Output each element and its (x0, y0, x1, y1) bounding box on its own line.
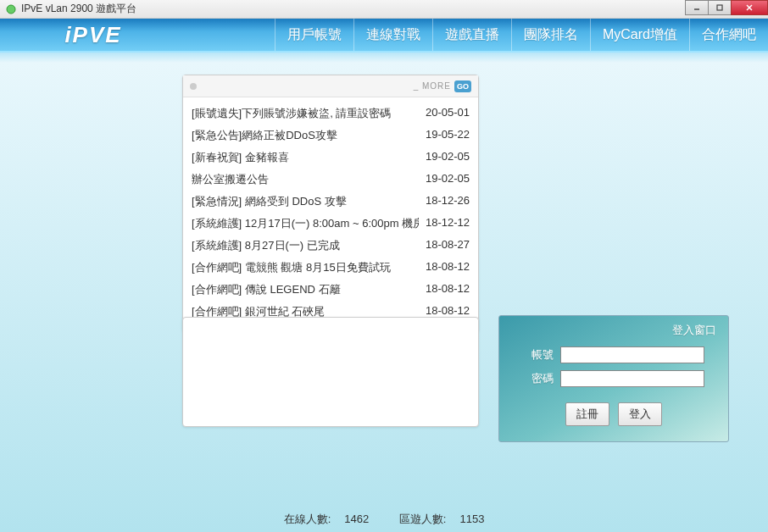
online-count: 在線人數:1462 (277, 513, 376, 525)
close-button[interactable] (731, 0, 768, 15)
news-item-date: 19-05-22 (426, 128, 470, 143)
news-item[interactable]: [系統維護] 12月17日(一) 8:00am ~ 6:00pm 機房18-12… (192, 213, 470, 235)
window-buttons (686, 0, 768, 17)
news-item-title: [系統維護] 12月17日(一) 8:00am ~ 6:00pm 機房 (192, 216, 419, 231)
news-item[interactable]: [賬號遺失]下列賬號涉嫌被盜, 請重設密碼20-05-01 (192, 103, 470, 125)
news-item-date: 18-08-12 (426, 260, 470, 275)
news-panel: _ MORE GO [賬號遺失]下列賬號涉嫌被盜, 請重設密碼20-05-01[… (182, 75, 479, 332)
news-item-title: [系統維護] 8月27日(一) 已完成 (192, 238, 419, 253)
window-titlebar: IPvE vLan 2900 遊戲平台 (0, 0, 768, 19)
login-button[interactable]: 登入 (618, 402, 662, 426)
zone-count: 區遊人數:1153 (392, 513, 492, 525)
nav-item-mycard[interactable]: MyCard增值 (590, 19, 689, 51)
news-item-date: 19-02-05 (426, 150, 470, 165)
news-item[interactable]: [系統維護] 8月27日(一) 已完成18-08-27 (192, 235, 470, 257)
nav-item-netcafe[interactable]: 合作網吧 (689, 19, 768, 51)
logo-text: iPVE (64, 22, 121, 48)
nav-items: 用戶帳號 連線對戰 遊戲直播 團隊排名 MyCard增值 合作網吧 (186, 19, 768, 51)
go-badge-icon[interactable]: GO (454, 80, 471, 92)
news-item-date: 18-12-26 (426, 194, 470, 209)
main-area: _ MORE GO [賬號遺失]下列賬號涉嫌被盜, 請重設密碼20-05-01[… (0, 63, 768, 532)
more-link[interactable]: _ MORE (414, 81, 451, 91)
news-item-title: [緊急公告]網絡正被DDoS攻擊 (192, 128, 419, 143)
maximize-button[interactable] (708, 0, 732, 15)
dot-icon (190, 83, 197, 90)
minimize-button[interactable] (685, 0, 709, 15)
news-item-date: 18-12-12 (426, 216, 470, 231)
news-item-title: [新春祝賀] 金豬報喜 (192, 150, 419, 165)
login-title: 登入窗口 (511, 323, 716, 338)
news-item-title: [合作網吧] 電競熊 觀塘 8月15日免費試玩 (192, 260, 419, 275)
password-label: 密碼 (523, 371, 554, 386)
news-item-date: 19-02-05 (426, 172, 470, 187)
svg-point-0 (7, 5, 15, 14)
nav-item-battle[interactable]: 連線對戰 (353, 19, 432, 51)
news-item[interactable]: [緊急公告]網絡正被DDoS攻擊19-05-22 (192, 125, 470, 147)
news-item[interactable]: 辦公室搬遷公告19-02-05 (192, 169, 470, 191)
top-nav: iPVE 用戶帳號 連線對戰 遊戲直播 團隊排名 MyCard增值 合作網吧 (0, 19, 768, 53)
window-title: IPvE vLan 2900 遊戲平台 (21, 2, 136, 16)
news-item[interactable]: [緊急情況] 網絡受到 DDoS 攻擊18-12-26 (192, 191, 470, 213)
login-account-row: 帳號 (511, 346, 716, 363)
news-item[interactable]: [新春祝賀] 金豬報喜19-02-05 (192, 147, 470, 169)
news-item-date: 18-08-27 (426, 238, 470, 253)
login-password-row: 密碼 (511, 370, 716, 387)
news-item[interactable]: [合作網吧] 傳說 LEGEND 石籬18-08-12 (192, 279, 470, 301)
news-item-title: [賬號遺失]下列賬號涉嫌被盜, 請重設密碼 (192, 106, 419, 121)
news-header: _ MORE GO (183, 75, 478, 97)
nav-item-ranking[interactable]: 團隊排名 (511, 19, 590, 51)
account-input[interactable] (560, 346, 704, 363)
login-panel: 登入窗口 帳號 密碼 註冊 登入 (498, 315, 729, 442)
news-item-title: [緊急情況] 網絡受到 DDoS 攻擊 (192, 194, 419, 209)
account-label: 帳號 (523, 347, 554, 363)
news-item-date: 20-05-01 (426, 106, 470, 121)
logo: iPVE (0, 19, 186, 51)
news-item-date: 18-08-12 (426, 282, 470, 297)
news-item-title: 辦公室搬遷公告 (192, 172, 419, 187)
nav-item-account[interactable]: 用戶帳號 (275, 19, 353, 51)
nav-item-live[interactable]: 遊戲直播 (432, 19, 511, 51)
nav-fade (0, 53, 768, 63)
blank-panel (182, 317, 479, 427)
news-item[interactable]: [合作網吧] 電競熊 觀塘 8月15日免費試玩18-08-12 (192, 257, 470, 279)
footer-stats: 在線人數:1462 區遊人數:1153 (0, 512, 768, 527)
login-buttons: 註冊 登入 (511, 402, 716, 426)
news-item-title: [合作網吧] 傳說 LEGEND 石籬 (192, 282, 419, 297)
svg-rect-2 (717, 5, 722, 10)
news-list: [賬號遺失]下列賬號涉嫌被盜, 請重設密碼20-05-01[緊急公告]網絡正被D… (183, 97, 478, 331)
password-input[interactable] (560, 370, 704, 387)
register-button[interactable]: 註冊 (565, 402, 609, 426)
app-icon (5, 3, 17, 15)
